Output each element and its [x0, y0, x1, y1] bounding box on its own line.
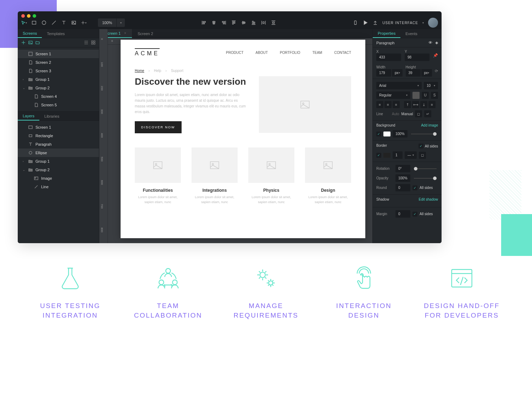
text-color-swatch[interactable] [412, 92, 420, 99]
valign-middle-icon[interactable]: ⟷ [412, 101, 419, 108]
align-middle-icon[interactable] [241, 20, 246, 26]
close-window-button[interactable] [21, 14, 25, 18]
bg-color-swatch[interactable] [383, 132, 390, 136]
screen-item[interactable]: Screen 1 [18, 50, 99, 58]
screen-item[interactable]: Screen 3 [18, 67, 99, 75]
height-unit[interactable]: px▾ [421, 69, 432, 77]
screen-item[interactable]: Screen 2 [18, 58, 99, 67]
layer-group[interactable]: ›Group 1 [18, 157, 99, 166]
pin-icon[interactable]: 📌 [433, 53, 438, 58]
list-icon[interactable]: ≡ [428, 101, 436, 108]
image-tool[interactable] [71, 20, 77, 26]
visibility-icon[interactable]: 👁 [428, 40, 432, 45]
tab-screens[interactable]: Screens [18, 29, 42, 38]
tab-libraries[interactable]: Libraries [39, 112, 64, 121]
layer-item[interactable]: Line [18, 183, 99, 191]
layer-item[interactable]: Screen 1 [18, 123, 99, 132]
maximize-window-button[interactable] [33, 14, 36, 18]
width-unit[interactable]: px▾ [392, 69, 403, 77]
align-center-text-icon[interactable]: ≡ [384, 101, 392, 108]
bg-opacity-slider[interactable] [411, 134, 437, 134]
round-input[interactable] [395, 184, 410, 191]
edit-shadow-link[interactable]: Edit shadow [419, 197, 438, 201]
strikethrough-icon[interactable]: S [431, 92, 438, 99]
align-center-h-icon[interactable] [211, 20, 217, 26]
line-crop-icon[interactable]: ◻ [415, 110, 422, 117]
user-avatar[interactable] [428, 18, 438, 28]
distribute-h-icon[interactable] [261, 20, 266, 26]
align-right-icon[interactable] [221, 20, 227, 26]
text-tool[interactable] [61, 20, 67, 26]
group-item[interactable]: ⌄Group 2 [18, 84, 99, 92]
border-enabled-checkbox[interactable]: ✓ [376, 153, 381, 158]
project-name[interactable]: USER INTERFACE [382, 21, 418, 25]
design-mockup[interactable]: ACME PRODUCT ABOUT PORTFOLIO TEAM CONTAC… [121, 40, 365, 238]
group-item[interactable]: ›Group 1 [18, 75, 99, 84]
margin-input[interactable] [395, 210, 410, 218]
border-width-input[interactable] [393, 151, 403, 159]
align-bottom-icon[interactable] [251, 20, 256, 26]
select-tool[interactable]: ▾ [21, 20, 27, 26]
screen-item[interactable]: Screen 5 [18, 101, 99, 109]
grid-view-icon[interactable] [91, 40, 95, 46]
zoom-dropdown[interactable]: ▾ [116, 18, 125, 27]
rectangle-tool[interactable] [31, 20, 37, 26]
line-wrap-icon[interactable]: ↵ [424, 110, 431, 117]
tab-templates[interactable]: Templates [42, 29, 70, 38]
layer-item[interactable]: Ellipse [18, 149, 99, 157]
add-tool[interactable]: ▾ [81, 20, 87, 26]
add-screen-icon[interactable] [21, 40, 26, 46]
border-color-swatch[interactable] [383, 153, 390, 158]
canvas[interactable]: Screen 1× Screen 2 010020030040050060070… [99, 29, 372, 243]
list-view-icon[interactable] [84, 40, 88, 46]
layer-item[interactable]: Image [18, 174, 99, 183]
align-top-icon[interactable] [231, 20, 237, 26]
opacity-input[interactable] [395, 174, 410, 182]
tab-layers[interactable]: Layers [18, 112, 39, 121]
bg-opacity-input[interactable] [393, 130, 408, 138]
add-image-icon[interactable] [28, 40, 33, 46]
valign-top-icon[interactable]: ⤒ [404, 101, 411, 108]
y-input[interactable] [405, 54, 430, 61]
tab-events[interactable]: Events [400, 29, 422, 38]
font-family-dropdown[interactable]: Arial▾ [376, 82, 422, 89]
opacity-slider[interactable] [414, 178, 437, 179]
distribute-v-icon[interactable] [271, 20, 276, 26]
add-folder-icon[interactable] [35, 40, 40, 46]
font-size-dropdown[interactable]: 10▾ [424, 82, 438, 89]
font-weight-dropdown[interactable]: Regular▾ [376, 91, 410, 99]
line-auto[interactable]: Auto [392, 112, 399, 116]
border-position-icon[interactable]: ◻ [419, 152, 426, 159]
play-icon[interactable] [362, 20, 368, 26]
border-style-dropdown[interactable]: —▾ [405, 151, 417, 159]
align-left-text-icon[interactable]: ≡ [376, 101, 383, 108]
canvas-tab[interactable]: Screen 2 [132, 29, 159, 38]
line-manual[interactable]: Manual [401, 112, 413, 116]
width-input[interactable] [376, 69, 391, 77]
margin-allsides-checkbox[interactable]: ✓ [412, 212, 417, 217]
underline-icon[interactable]: U [422, 92, 429, 99]
layer-icon[interactable]: ◈ [435, 40, 438, 45]
export-icon[interactable] [372, 20, 378, 26]
ellipse-tool[interactable] [41, 20, 47, 26]
rotation-input[interactable] [395, 165, 410, 172]
add-image-link[interactable]: Add image [421, 123, 438, 127]
tab-properties[interactable]: Properties [373, 29, 400, 38]
zoom-control[interactable]: 100% ▾ [98, 18, 125, 27]
minimize-window-button[interactable] [27, 14, 31, 18]
rotation-slider[interactable] [414, 168, 437, 169]
layer-item[interactable]: Paragrah [18, 140, 99, 149]
layer-item[interactable]: Rectangle [18, 132, 99, 140]
link-dimensions-icon[interactable]: ⟳ [435, 69, 438, 73]
bg-enabled-checkbox[interactable]: ✓ [376, 132, 381, 136]
line-tool[interactable] [51, 20, 57, 26]
height-input[interactable] [406, 69, 421, 77]
round-allsides-checkbox[interactable]: ✓ [412, 185, 417, 190]
border-allsides-checkbox[interactable]: ✓ [419, 144, 423, 149]
valign-bottom-icon[interactable]: ⤓ [420, 101, 427, 108]
align-left-icon[interactable] [201, 20, 207, 26]
screen-item[interactable]: Screen 4 [18, 92, 99, 101]
align-right-text-icon[interactable]: ≡ [393, 101, 400, 108]
x-input[interactable] [376, 54, 401, 61]
device-preview-icon[interactable] [353, 20, 358, 26]
